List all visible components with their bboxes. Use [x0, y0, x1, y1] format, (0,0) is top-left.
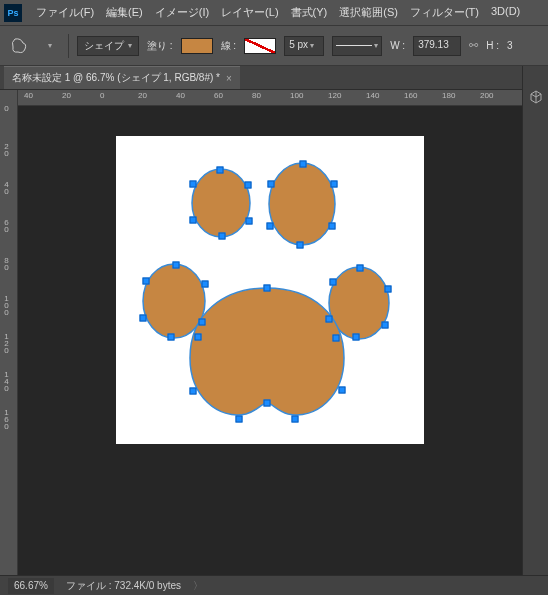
menu-item[interactable]: 3D(D)	[485, 1, 526, 24]
ruler-tick: 100	[290, 91, 303, 100]
status-bar: 66.67% ファイル : 732.4K/0 bytes 〉	[0, 575, 548, 595]
file-info: ファイル : 732.4K/0 bytes	[66, 579, 181, 593]
anchor-point[interactable]	[353, 334, 360, 341]
anchor-point[interactable]	[357, 265, 364, 272]
anchor-point[interactable]	[264, 400, 271, 407]
anchor-point[interactable]	[382, 322, 389, 329]
anchor-point[interactable]	[326, 316, 333, 323]
anchor-point[interactable]	[330, 279, 337, 286]
ruler-tick: 40	[176, 91, 185, 100]
document-tab-title: 名称未設定 1 @ 66.7% (シェイプ 1, RGB/8#) *	[12, 71, 220, 85]
anchor-point[interactable]	[329, 223, 336, 230]
menu-item[interactable]: ファイル(F)	[30, 1, 100, 24]
ruler-tick: 100	[2, 294, 11, 315]
anchor-point[interactable]	[202, 281, 209, 288]
ruler-tick: 40	[24, 91, 33, 100]
artboard[interactable]	[116, 136, 424, 444]
menu-item[interactable]: 編集(E)	[100, 1, 149, 24]
canvas-viewport	[18, 106, 522, 575]
ruler-tick: 120	[2, 332, 11, 353]
anchor-point[interactable]	[245, 182, 252, 189]
ruler-tick: 80	[252, 91, 261, 100]
fill-swatch[interactable]	[181, 38, 213, 54]
ruler-tick: 160	[2, 408, 11, 429]
horizontal-ruler: 4020020406080100120140160180200	[18, 90, 522, 106]
menubar: Ps ファイル(F)編集(E)イメージ(I)レイヤー(L)書式(Y)選択範囲(S…	[0, 0, 548, 26]
ruler-tick: 20	[138, 91, 147, 100]
ruler-tick: 200	[480, 91, 493, 100]
zoom-level[interactable]: 66.67%	[8, 578, 54, 594]
ruler-tick: 0	[100, 91, 104, 100]
anchor-point[interactable]	[217, 167, 224, 174]
anchor-point[interactable]	[173, 262, 180, 269]
ruler-tick: 20	[62, 91, 71, 100]
anchor-point[interactable]	[300, 161, 307, 168]
fill-label: 塗り :	[147, 39, 173, 53]
svg-point-0	[192, 169, 250, 237]
stroke-label: 線 :	[221, 39, 237, 53]
anchor-point[interactable]	[385, 286, 392, 293]
width-label: W :	[390, 40, 405, 51]
close-icon[interactable]: ×	[226, 73, 232, 84]
shape-mode-dropdown[interactable]: シェイプ	[77, 36, 139, 56]
ruler-tick: 80	[2, 256, 11, 270]
panel-3d-icon[interactable]	[525, 86, 547, 108]
vertical-ruler: 020406080100120140160	[0, 90, 18, 575]
anchor-point[interactable]	[331, 181, 338, 188]
anchor-point[interactable]	[236, 416, 243, 423]
document-tab-bar: 名称未設定 1 @ 66.7% (シェイプ 1, RGB/8#) * ×	[0, 66, 548, 90]
width-input[interactable]: 379.13	[413, 36, 461, 56]
document-tab[interactable]: 名称未設定 1 @ 66.7% (シェイプ 1, RGB/8#) * ×	[4, 66, 240, 89]
status-menu-icon[interactable]: 〉	[193, 579, 203, 593]
workspace: 020406080100120140160 402002040608010012…	[0, 90, 522, 575]
link-wh-icon[interactable]: ⚯	[469, 39, 478, 52]
menu-item[interactable]: イメージ(I)	[149, 1, 215, 24]
svg-point-1	[269, 163, 335, 245]
tool-dropdown-icon[interactable]	[38, 35, 60, 57]
shape-tool-icon[interactable]	[8, 35, 30, 57]
anchor-point[interactable]	[339, 387, 346, 394]
anchor-point[interactable]	[297, 242, 304, 249]
anchor-point[interactable]	[168, 334, 175, 341]
anchor-point[interactable]	[143, 278, 150, 285]
stroke-style-dropdown[interactable]	[332, 36, 382, 56]
anchor-point[interactable]	[268, 181, 275, 188]
ruler-tick: 60	[2, 218, 11, 232]
photoshop-icon: Ps	[4, 4, 22, 22]
ruler-tick: 140	[2, 370, 11, 391]
ruler-tick: 40	[2, 180, 11, 194]
anchor-point[interactable]	[190, 388, 197, 395]
ruler-tick: 180	[442, 91, 455, 100]
menu-item[interactable]: 書式(Y)	[285, 1, 334, 24]
anchor-point[interactable]	[195, 334, 202, 341]
options-bar: シェイプ 塗り : 線 : 5 px W : 379.13 ⚯ H : 3	[0, 26, 548, 66]
ruler-tick: 120	[328, 91, 341, 100]
ruler-tick: 160	[404, 91, 417, 100]
ruler-tick: 0	[2, 104, 11, 111]
anchor-point[interactable]	[292, 416, 299, 423]
anchor-point[interactable]	[219, 233, 226, 240]
separator	[68, 34, 69, 58]
anchor-point[interactable]	[190, 217, 197, 224]
ruler-tick: 140	[366, 91, 379, 100]
anchor-point[interactable]	[264, 285, 271, 292]
canvas-area[interactable]: 4020020406080100120140160180200	[18, 90, 522, 575]
anchor-point[interactable]	[190, 181, 197, 188]
height-value[interactable]: 3	[507, 40, 513, 51]
menu-item[interactable]: 選択範囲(S)	[333, 1, 404, 24]
stroke-swatch[interactable]	[244, 38, 276, 54]
stroke-width-input[interactable]: 5 px	[284, 36, 324, 56]
anchor-point[interactable]	[333, 335, 340, 342]
height-label: H :	[486, 40, 499, 51]
menu-item[interactable]: レイヤー(L)	[215, 1, 284, 24]
anchor-point[interactable]	[246, 218, 253, 225]
right-dock	[522, 66, 548, 575]
anchor-point[interactable]	[199, 319, 206, 326]
anchor-point[interactable]	[140, 315, 147, 322]
ruler-tick: 20	[2, 142, 11, 156]
anchor-point[interactable]	[267, 223, 274, 230]
ruler-tick: 60	[214, 91, 223, 100]
menu-item[interactable]: フィルター(T)	[404, 1, 485, 24]
